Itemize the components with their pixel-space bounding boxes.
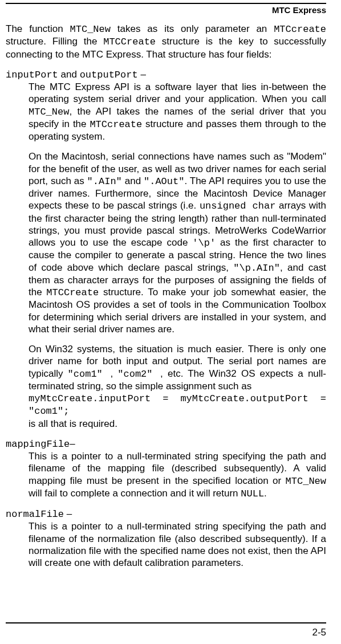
mappingfile-heading: mappingFile– — [6, 438, 326, 450]
code: normalFile — [6, 509, 64, 520]
header-rule — [6, 3, 326, 4]
body-text: The function MTC_New takes as its only p… — [6, 23, 326, 569]
inputport-heading: inputPort and outputPort – — [6, 68, 326, 81]
text: – — [70, 438, 75, 449]
text: – — [64, 508, 72, 519]
text: is all that is required. — [29, 418, 117, 429]
normalfile-heading: normalFile – — [6, 508, 326, 520]
code: inputPort — [6, 70, 58, 80]
inputport-code-line: myMtcCreate.inputPort = myMtcCreate.outp… — [29, 392, 326, 418]
code: MTCCreate — [46, 287, 99, 298]
code: mappingFile — [6, 439, 70, 450]
page: MTC Express The function MTC_New takes a… — [0, 0, 341, 644]
code: "com2" — [117, 369, 160, 380]
text: . — [264, 488, 267, 499]
code: outputPort — [80, 70, 138, 80]
inputport-paragraph-1: The MTC Express API is a software layer … — [29, 81, 326, 142]
text: and — [58, 69, 80, 80]
text: and — [122, 176, 144, 186]
text: , — [110, 368, 117, 379]
code: ".AOut" — [144, 176, 184, 187]
code: MTCcreate — [274, 24, 326, 35]
mappingfile-paragraph: This is a pointer to a null-terminated s… — [29, 450, 326, 500]
code: ".AIn" — [87, 176, 122, 187]
code: MTCCreate — [103, 36, 156, 47]
text: – — [138, 69, 146, 80]
page-number: 2-5 — [312, 627, 326, 638]
text: structure. Filling the — [6, 36, 103, 47]
code: myMtcCreate.inputPort = myMtcCreate.outp… — [29, 393, 326, 417]
code: MTC_New — [70, 24, 111, 35]
code: NULL — [241, 488, 264, 499]
code: '\p' — [192, 238, 216, 248]
text: will fail to complete a connection and i… — [29, 488, 241, 499]
text: The MTC Express API is a software layer … — [29, 81, 326, 104]
code: MTCcreate — [90, 119, 142, 130]
code: unsigned char — [200, 201, 275, 211]
inputport-paragraph-2: On the Macintosh, serial connections hav… — [29, 150, 326, 335]
text: This is a pointer to a null-terminated s… — [29, 521, 326, 568]
code: MTC_New — [286, 476, 326, 487]
text: This is a pointer to a null-terminated s… — [29, 451, 326, 486]
text: The function — [6, 23, 70, 34]
inputport-paragraph-3: On Win32 systems, the situation is much … — [29, 343, 326, 392]
footer-rule — [6, 622, 326, 623]
text: takes as its only parameter an — [111, 23, 274, 34]
code: "\p.AIn" — [233, 263, 280, 274]
intro-paragraph: The function MTC_New takes as its only p… — [6, 23, 326, 60]
code: "com1" — [68, 369, 111, 380]
inputport-paragraph-3b: is all that is required. — [29, 418, 326, 430]
running-header: MTC Express — [6, 5, 326, 15]
normalfile-paragraph: This is a pointer to a null-terminated s… — [29, 520, 326, 569]
code: MTC_New — [29, 107, 69, 117]
